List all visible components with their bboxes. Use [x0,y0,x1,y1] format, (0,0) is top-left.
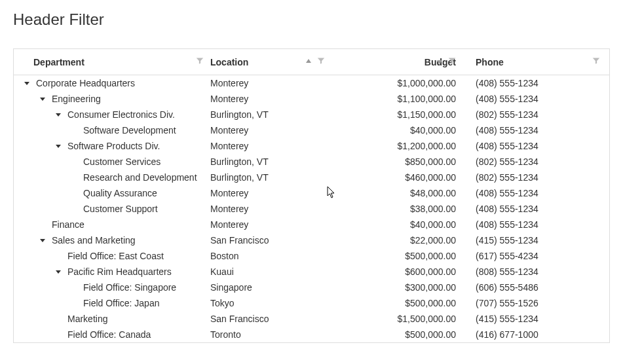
cell-department: Sales and Marketing [14,235,210,246]
department-label: Engineering [52,94,101,104]
cell-location: Monterey [210,94,331,104]
cell-phone: (617) 555-4234 [463,251,609,261]
cell-budget: $500,000.00 [331,251,463,261]
cell-budget: $1,100,000.00 [331,94,463,104]
collapse-icon[interactable] [53,143,64,149]
cell-location: Singapore [210,282,331,293]
table-row[interactable]: Software DevelopmentMonterey$40,000.00(4… [14,122,609,138]
cell-phone: (808) 555-1234 [463,266,609,277]
cell-location: Toronto [210,329,331,340]
cell-phone: (408) 555-1234 [463,204,609,214]
table-row[interactable]: Consumer Electronics Div.Burlington, VT$… [14,107,609,122]
cell-location: Monterey [210,219,331,230]
column-header-label: Phone [476,57,504,67]
department-label: Field Office: Canada [67,329,151,340]
cell-location: Burlington, VT [210,109,331,120]
cell-department: Quality Assurance [14,188,210,198]
cell-budget: $460,000.00 [331,172,463,183]
cell-department: Field Office: Canada [14,329,210,340]
collapse-icon[interactable] [37,238,48,243]
table-row[interactable]: Customer ServicesBurlington, VT$850,000.… [14,154,609,170]
cell-department: Finance [14,219,210,230]
cell-department: Field Office: Singapore [14,282,210,293]
table-row[interactable]: Software Products Div.Monterey$1,200,000… [14,138,609,154]
cell-budget: $500,000.00 [331,329,463,340]
cell-location: Monterey [210,141,331,151]
cell-location: San Francisco [210,235,331,246]
column-header-label: Department [33,57,85,67]
sort-desc-icon[interactable] [436,57,443,67]
sort-asc-icon[interactable] [305,57,312,67]
cell-budget: $40,000.00 [331,219,463,230]
page-title: Header Filter [13,10,610,29]
department-label: Consumer Electronics Div. [67,109,175,120]
table-row[interactable]: Quality AssuranceMonterey$48,000.00(408)… [14,185,609,201]
table-row[interactable]: Corporate HeadquartersMonterey$1,000,000… [14,75,609,91]
cell-budget: $22,000.00 [331,235,463,246]
table-row[interactable]: EngineeringMonterey$1,100,000.00(408) 55… [14,91,609,107]
department-label: Software Products Div. [67,141,160,151]
department-label: Customer Services [83,156,160,167]
cell-department: Field Office: Japan [14,298,210,308]
cell-budget: $38,000.00 [331,204,463,214]
filter-icon[interactable] [317,57,325,67]
table-row[interactable]: Pacific Rim HeadquartersKuaui$600,000.00… [14,264,609,280]
cell-budget: $1,200,000.00 [331,141,463,151]
cell-phone: (408) 555-1234 [463,125,609,136]
cell-department: Engineering [14,94,210,104]
department-label: Finance [52,219,85,230]
grid-header: Department Location Budget [14,49,609,75]
cell-phone: (802) 555-1234 [463,109,609,120]
collapse-icon[interactable] [37,96,48,101]
table-row[interactable]: Field Office: JapanTokyo$500,000.00(707)… [14,295,609,311]
collapse-icon[interactable] [53,112,64,117]
collapse-icon[interactable] [22,81,32,86]
cell-budget: $1,500,000.00 [331,314,463,324]
treelist-grid: Department Location Budget [13,48,610,343]
column-header-budget[interactable]: Budget [331,57,463,67]
cell-phone: (408) 555-1234 [463,94,609,104]
cell-department: Field Office: East Coast [14,251,210,261]
table-row[interactable]: Field Office: SingaporeSingapore$300,000… [14,280,609,295]
department-label: Pacific Rim Headquarters [67,266,172,277]
filter-icon[interactable] [592,57,600,67]
table-row[interactable]: Research and DevelopmentBurlington, VT$4… [14,170,609,185]
cell-department: Software Products Div. [14,141,210,151]
department-label: Field Office: Singapore [83,282,176,293]
cell-phone: (408) 555-1234 [463,219,609,230]
cell-budget: $1,150,000.00 [331,109,463,120]
cell-budget: $40,000.00 [331,125,463,136]
grid-body: Corporate HeadquartersMonterey$1,000,000… [14,75,609,342]
collapse-icon[interactable] [53,269,64,274]
department-label: Marketing [67,314,107,324]
cell-location: Monterey [210,188,331,198]
column-header-phone[interactable]: Phone [463,57,609,67]
department-label: Quality Assurance [83,188,157,198]
table-row[interactable]: Field Office: CanadaToronto$500,000.00(4… [14,327,609,342]
cell-department: Pacific Rim Headquarters [14,266,210,277]
table-row[interactable]: FinanceMonterey$40,000.00(408) 555-1234 [14,217,609,232]
cell-location: Tokyo [210,298,331,308]
cell-phone: (802) 555-1234 [463,172,609,183]
filter-icon[interactable] [448,57,456,67]
column-header-location[interactable]: Location [210,57,331,67]
cell-phone: (802) 555-1234 [463,156,609,167]
table-row[interactable]: Sales and MarketingSan Francisco$22,000.… [14,232,609,248]
table-row[interactable]: MarketingSan Francisco$1,500,000.00(415)… [14,311,609,327]
cell-location: San Francisco [210,314,331,324]
column-header-department[interactable]: Department [14,57,210,67]
cell-phone: (408) 555-1234 [463,188,609,198]
cell-budget: $48,000.00 [331,188,463,198]
cell-budget: $600,000.00 [331,266,463,277]
table-row[interactable]: Field Office: East CoastBoston$500,000.0… [14,248,609,264]
cell-phone: (415) 555-1234 [463,314,609,324]
cell-phone: (415) 555-1234 [463,235,609,246]
filter-icon[interactable] [196,57,204,67]
cell-location: Monterey [210,125,331,136]
cell-budget: $1,000,000.00 [331,78,463,88]
department-label: Sales and Marketing [52,235,136,246]
cell-department: Consumer Electronics Div. [14,109,210,120]
cell-location: Kuaui [210,266,331,277]
table-row[interactable]: Customer SupportMonterey$38,000.00(408) … [14,201,609,217]
cell-phone: (606) 555-5486 [463,282,609,293]
